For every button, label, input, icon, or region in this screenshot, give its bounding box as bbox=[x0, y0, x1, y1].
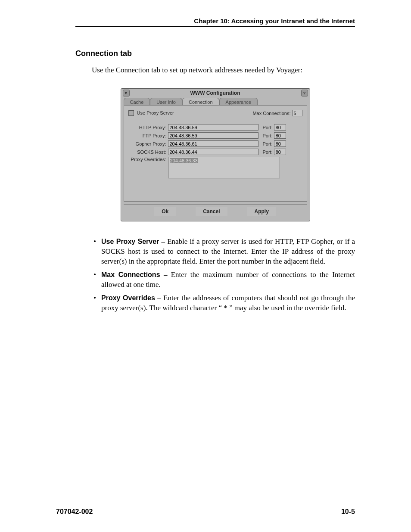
max-connections-input[interactable] bbox=[292, 110, 302, 116]
help-icon[interactable]: ? bbox=[301, 90, 308, 96]
socks-host-label: SOCKS Host: bbox=[128, 149, 168, 155]
cancel-button[interactable]: Cancel bbox=[196, 207, 227, 216]
www-config-dialog-figure: ▾ WWW Configuration ? Cache User Info Co… bbox=[121, 88, 310, 221]
chapter-header: Chapter 10: Accessing your Intranet and … bbox=[75, 17, 355, 27]
http-port-label: Port: bbox=[263, 125, 273, 130]
max-connections-row: Max Connections: bbox=[252, 110, 302, 116]
use-proxy-label: Use Proxy Server bbox=[137, 110, 174, 115]
tab-appearance[interactable]: Appearance bbox=[219, 98, 258, 106]
page-number: 10-5 bbox=[341, 508, 355, 516]
bullet-proxy-overrides: Proxy Overrides – Enter the addresses of… bbox=[92, 293, 355, 313]
socks-host-input[interactable] bbox=[168, 149, 258, 155]
window-menu-icon[interactable]: ▾ bbox=[123, 90, 130, 96]
connection-panel: Use Proxy Server Max Connections: HTTP P… bbox=[124, 105, 307, 202]
gopher-proxy-input[interactable] bbox=[168, 140, 258, 147]
doc-number: 707042-002 bbox=[56, 508, 93, 516]
proxy-overrides-input[interactable]: 204.48.36.33 bbox=[168, 157, 280, 178]
use-proxy-row: Use Proxy Server bbox=[128, 110, 174, 116]
ftp-port-label: Port: bbox=[263, 133, 273, 138]
gopher-proxy-label: Gopher Proxy: bbox=[128, 141, 168, 146]
intro-text: Use the Connection tab to set up network… bbox=[92, 66, 355, 75]
bullet-use-proxy: Use Proxy Server – Enable if a proxy ser… bbox=[92, 237, 355, 267]
term-proxy-overrides: Proxy Overrides bbox=[101, 294, 155, 302]
http-proxy-input[interactable] bbox=[168, 124, 258, 131]
max-connections-label: Max Connections: bbox=[252, 111, 290, 116]
ftp-proxy-input[interactable] bbox=[168, 132, 258, 139]
term-use-proxy: Use Proxy Server bbox=[101, 238, 159, 245]
term-max-connections: Max Connections bbox=[101, 271, 160, 278]
socks-port-label: Port: bbox=[263, 149, 273, 155]
tab-cache[interactable]: Cache bbox=[124, 98, 150, 106]
gopher-port-label: Port: bbox=[263, 141, 273, 146]
tab-bar: Cache User Info Connection Appearance bbox=[121, 97, 310, 105]
description-list: Use Proxy Server – Enable if a proxy ser… bbox=[92, 237, 355, 313]
apply-button[interactable]: Apply bbox=[247, 207, 276, 216]
tab-connection[interactable]: Connection bbox=[182, 98, 219, 106]
page-footer: 707042-002 10-5 bbox=[56, 508, 355, 516]
section-heading: Connection tab bbox=[75, 49, 355, 58]
http-proxy-label: HTTP Proxy: bbox=[128, 125, 168, 130]
http-port-input[interactable] bbox=[274, 124, 286, 131]
bullet-max-connections: Max Connections – Enter the maximum numb… bbox=[92, 270, 355, 290]
www-config-window: ▾ WWW Configuration ? Cache User Info Co… bbox=[121, 88, 310, 221]
ok-button[interactable]: Ok bbox=[154, 207, 176, 216]
window-title: WWW Configuration bbox=[130, 90, 301, 96]
use-proxy-checkbox[interactable] bbox=[128, 110, 134, 116]
socks-port-input[interactable] bbox=[274, 149, 286, 155]
ftp-port-input[interactable] bbox=[274, 132, 286, 139]
tab-user-info[interactable]: User Info bbox=[150, 98, 182, 106]
ftp-proxy-label: FTP Proxy: bbox=[128, 133, 168, 138]
proxy-overrides-label: Proxy Overrides: bbox=[128, 157, 168, 162]
proxy-overrides-value: 204.48.36.33 bbox=[170, 158, 198, 163]
dialog-button-bar: Ok Cancel Apply bbox=[124, 204, 307, 219]
gopher-port-input[interactable] bbox=[274, 140, 286, 147]
